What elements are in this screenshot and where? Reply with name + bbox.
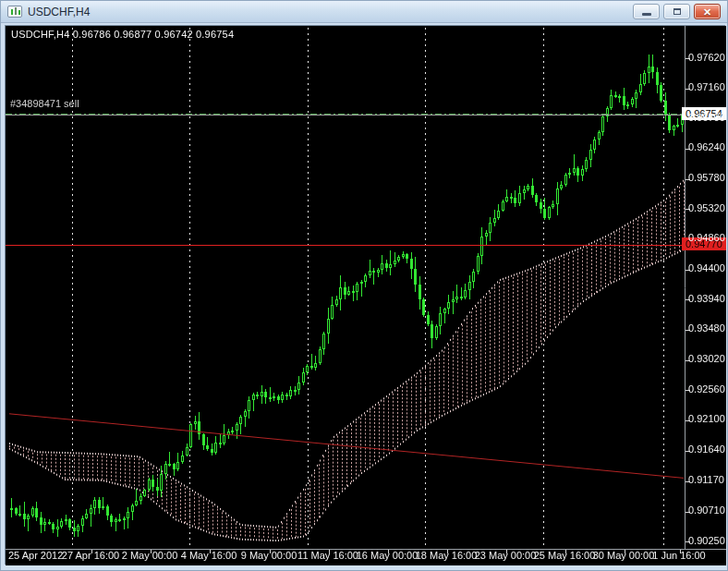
price-tick-label: 0.97620 <box>688 52 725 64</box>
time-axis-label: 25 May 16:00 <box>534 550 596 561</box>
price-tick-label: 0.97160 <box>688 81 725 93</box>
minimize-button[interactable] <box>633 4 660 19</box>
time-axis-label: 9 May 00:00 <box>241 550 297 561</box>
price-tick-label: 0.91170 <box>688 474 724 486</box>
close-button[interactable]: ✕ <box>694 4 721 19</box>
price-tick-label: 0.93020 <box>688 353 725 365</box>
restore-button[interactable] <box>663 4 690 19</box>
price-tick-label: 0.96240 <box>688 141 725 153</box>
price-tick-label: 0.94400 <box>688 262 725 274</box>
candlestick-chart-canvas[interactable] <box>6 26 726 565</box>
time-axis-label: 11 May 16:00 <box>297 550 358 561</box>
time-axis-label: 23 May 00:00 <box>475 550 537 561</box>
titlebar[interactable]: USDCHF,H4 ✕ <box>1 1 727 23</box>
time-axis-label: 25 Apr 2012 <box>8 550 63 561</box>
price-tick-label: 0.92100 <box>688 413 725 425</box>
chart-area <box>5 25 725 565</box>
ohlc-header: USDCHF,H4 0.96786 0.96877 0.96742 0.9675… <box>11 29 234 40</box>
close-icon: ✕ <box>695 6 720 19</box>
time-axis-label: 2 May 00:00 <box>122 550 178 561</box>
price-tick-label: 0.93940 <box>688 293 725 305</box>
price-tick-label: 0.95780 <box>688 172 725 184</box>
time-axis-label: 30 May 00:00 <box>593 550 655 561</box>
price-tick-label: 0.93480 <box>688 322 725 334</box>
time-axis-label: 16 May 00:00 <box>357 550 419 561</box>
price-tick-label: 0.96700 <box>688 112 725 124</box>
sell-order-label[interactable]: #34898471 sell <box>10 98 79 109</box>
chart-icon[interactable] <box>7 6 22 18</box>
restore-icon <box>673 8 681 15</box>
time-axis-label: 4 May 16:00 <box>181 550 237 561</box>
minimize-icon <box>642 13 651 16</box>
price-tick-label: 0.91640 <box>688 443 725 456</box>
time-axis-label: 27 Apr 16:00 <box>62 550 119 561</box>
window-title: USDCHF,H4 <box>28 6 633 18</box>
chart-window: USDCHF,H4 ✕ USDCHF,H4 0.96786 0.96877 0.… <box>0 0 728 571</box>
price-tick-label: 0.90710 <box>688 504 725 516</box>
price-tick-label: 0.90250 <box>688 535 725 547</box>
time-axis-label: 18 May 16:00 <box>416 550 478 561</box>
price-tick-label: 0.92560 <box>688 383 725 395</box>
price-tick-label: 0.95320 <box>688 202 725 214</box>
price-tick-label: 0.94860 <box>688 232 725 244</box>
time-axis-label: 1 Jun 16:00 <box>652 550 706 561</box>
